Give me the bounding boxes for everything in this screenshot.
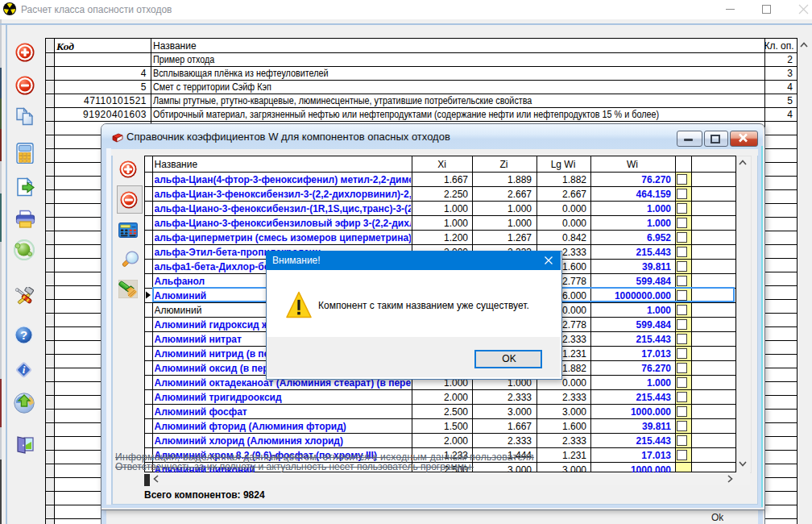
svg-text:?: ? [20,328,27,342]
svg-text:i: i [23,364,26,376]
